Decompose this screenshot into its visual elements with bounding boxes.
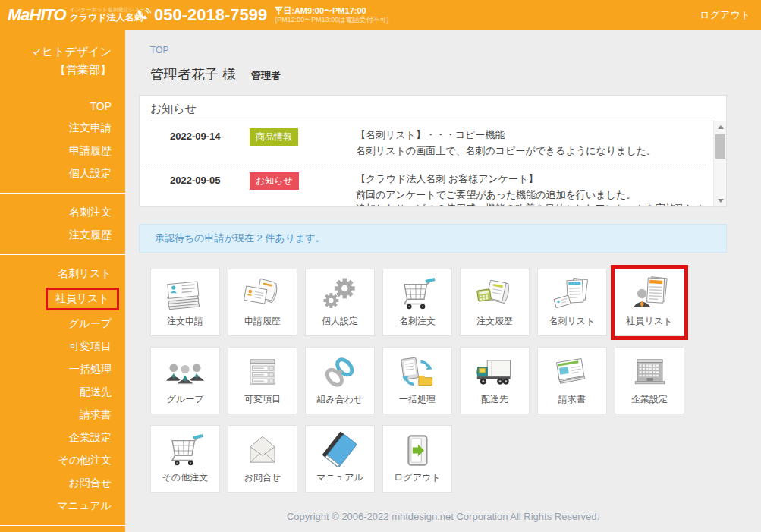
logout-link[interactable]: ログアウト	[700, 8, 750, 22]
business-hours-line1: 平日:AM9:00〜PM17:00	[275, 6, 388, 17]
tile-label: ログアウト	[394, 471, 440, 484]
batch-processing-tile[interactable]: 一括処理	[382, 347, 452, 414]
tile-label: 注文履歴	[476, 315, 513, 328]
manual-icon	[316, 430, 363, 471]
brand-name: MaHITO	[8, 5, 66, 25]
tile-label: 可変項目	[244, 393, 281, 406]
notice-panel: お知らせ 2022-09-14商品情報【名刺リスト】・・・コピー機能名刺リストの…	[139, 95, 727, 207]
notice-date: 2022-09-14	[170, 128, 250, 159]
scrollbar-thumb[interactable]	[715, 134, 725, 159]
sidebar-item-request-history[interactable]: 申請履歴	[0, 140, 125, 162]
variable-items-icon	[239, 351, 286, 393]
sidebar-menu: TOP注文申請申請履歴個人設定名刺注文注文履歴名刺リスト社員リストグループ可変項…	[0, 96, 125, 526]
tile-label: 個人設定	[322, 315, 358, 328]
sidebar-company-name: マヒトデザイン【営業部】	[0, 41, 125, 79]
combination-tile[interactable]: 組み合わせ	[305, 347, 375, 414]
notice-title: 【名刺リスト】・・・コピー機能	[356, 128, 656, 143]
notice-title: 【クラウド法人名刺 お客様アンケート】	[356, 172, 706, 187]
sidebar-item-employee-list[interactable]: 社員リスト	[46, 288, 119, 310]
phone-number: 050-2018-7599	[154, 5, 267, 25]
notice-category-badge: お知らせ	[250, 172, 299, 190]
logout-tile[interactable]: ログアウト	[382, 425, 452, 493]
notice-date: 2022-09-05	[170, 172, 250, 206]
notice-panel-title: お知らせ	[150, 102, 715, 121]
main-content: TOP 管理者花子 様 管理者 お知らせ 2022-09-14商品情報【名刺リス…	[125, 30, 761, 532]
manual-tile[interactable]: マニュアル	[305, 425, 375, 493]
sidebar-item-order-request[interactable]: 注文申請	[0, 117, 125, 140]
pending-approval-alert: 承認待ちの申請が現在 2 件あります。	[139, 224, 727, 253]
other-orders-tile[interactable]: その他注文	[150, 425, 220, 493]
contact-tile[interactable]: お問合せ	[228, 425, 297, 493]
sidebar-item-shipping-address[interactable]: 配送先	[0, 381, 125, 404]
notice-scrollbar[interactable]	[713, 121, 726, 206]
tile-label: 企業設定	[631, 393, 668, 406]
envelope-icon	[239, 430, 286, 471]
truck-icon	[471, 351, 518, 393]
tile-label: お問合せ	[244, 471, 281, 484]
notice-content: 【クラウド法人名刺 お客様アンケート】前回のアンケートでご要望があった機能の追加…	[356, 172, 706, 206]
sidebar: マヒトデザイン【営業部】 TOP注文申請申請履歴個人設定名刺注文注文履歴名刺リス…	[0, 30, 125, 532]
order-history-tile[interactable]: 注文履歴	[460, 269, 530, 336]
request-history-tile[interactable]: 申請履歴	[228, 269, 297, 336]
app-header: MaHITO インターネット名刺発注システム クラウド法人名刺 050-2018…	[0, 0, 761, 30]
shipping-address-tile[interactable]: 配送先	[460, 347, 530, 414]
sidebar-group: 名刺リスト社員リストグループ可変項目一括処理配送先請求書企業設定その他注文お問合…	[0, 263, 125, 518]
sidebar-item-invoice[interactable]: 請求書	[0, 404, 125, 427]
sidebar-item-company-settings[interactable]: 企業設定	[0, 427, 125, 449]
sidebar-divider	[0, 525, 125, 526]
notice-line: 追加したサービスの使用感、機能の改善を目的としたアンケートを実施致します。	[356, 202, 706, 206]
scroll-down-icon[interactable]	[714, 195, 727, 206]
cart-icon	[394, 273, 441, 315]
copyright: Copyright © 2006-2022 mhtdesign.net Corp…	[125, 511, 761, 522]
scroll-up-icon[interactable]	[714, 121, 727, 133]
logout-door-icon	[394, 430, 441, 471]
order-history-icon	[471, 273, 518, 315]
sidebar-item-top[interactable]: TOP	[0, 96, 125, 117]
sidebar-item-order-history[interactable]: 注文履歴	[0, 224, 125, 247]
sidebar-item-group[interactable]: グループ	[0, 313, 125, 335]
employee-list-tile[interactable]: 社員リスト	[615, 269, 684, 336]
user-role: 管理者	[251, 69, 281, 83]
tile-label: その他注文	[162, 471, 209, 484]
employee-list-icon	[626, 273, 673, 315]
page: MaHITO インターネット名刺発注システム クラウド法人名刺 050-2018…	[0, 0, 761, 532]
chain-icon	[316, 351, 363, 393]
user-name: 管理者花子 様	[150, 65, 236, 83]
group-tile[interactable]: グループ	[150, 347, 220, 414]
group-icon	[162, 351, 209, 393]
sidebar-item-other-orders[interactable]: その他注文	[0, 449, 125, 472]
notice-list: 2022-09-14商品情報【名刺リスト】・・・コピー機能名刺リストの画面上で、…	[140, 121, 713, 206]
sidebar-item-personal-settings[interactable]: 個人設定	[0, 162, 125, 185]
card-order-tile[interactable]: 名刺注文	[382, 269, 452, 336]
notice-line: 前回のアンケートでご要望があった機能の追加を行いました。	[356, 188, 706, 203]
sidebar-item-manual[interactable]: マニュアル	[0, 495, 125, 518]
sidebar-item-card-order[interactable]: 名刺注文	[0, 201, 125, 224]
order-request-icon	[162, 273, 209, 315]
notice-badge-cell: お知らせ	[250, 172, 322, 206]
notice-line: 名刺リストの画面上で、名刺のコピーができるようになりました。	[356, 144, 656, 159]
tile-label: 名刺リスト	[549, 315, 596, 328]
sidebar-item-card-list[interactable]: 名刺リスト	[0, 263, 125, 285]
tile-label: 配送先	[481, 393, 508, 406]
card-list-tile[interactable]: 名刺リスト	[537, 269, 607, 336]
app-logo[interactable]: MaHITO インターネット名刺発注システム クラウド法人名刺	[0, 4, 131, 27]
building-icon	[626, 351, 673, 393]
order-request-tile[interactable]: 注文申請	[150, 269, 220, 336]
phone-icon	[135, 7, 152, 24]
invoice-tile[interactable]: 請求書	[537, 347, 607, 414]
sidebar-item-contact[interactable]: お問合せ	[0, 472, 125, 495]
breadcrumb[interactable]: TOP	[150, 45, 168, 55]
user-line: 管理者花子 様 管理者	[150, 65, 761, 83]
sidebar-item-batch-processing[interactable]: 一括処理	[0, 358, 125, 381]
company-settings-tile[interactable]: 企業設定	[615, 347, 684, 414]
invoice-icon	[549, 351, 596, 393]
card-list-icon	[549, 273, 596, 315]
notice-content: 【名刺リスト】・・・コピー機能名刺リストの画面上で、名刺のコピーができるようにな…	[356, 128, 656, 159]
personal-settings-tile[interactable]: 個人設定	[305, 269, 375, 336]
tile-label: マニュアル	[316, 471, 363, 484]
notice-category-badge: 商品情報	[250, 128, 298, 146]
sidebar-item-variable-items[interactable]: 可変項目	[0, 335, 125, 358]
variable-items-tile[interactable]: 可変項目	[228, 347, 297, 414]
sidebar-divider	[0, 193, 125, 194]
gears-icon	[316, 273, 363, 315]
